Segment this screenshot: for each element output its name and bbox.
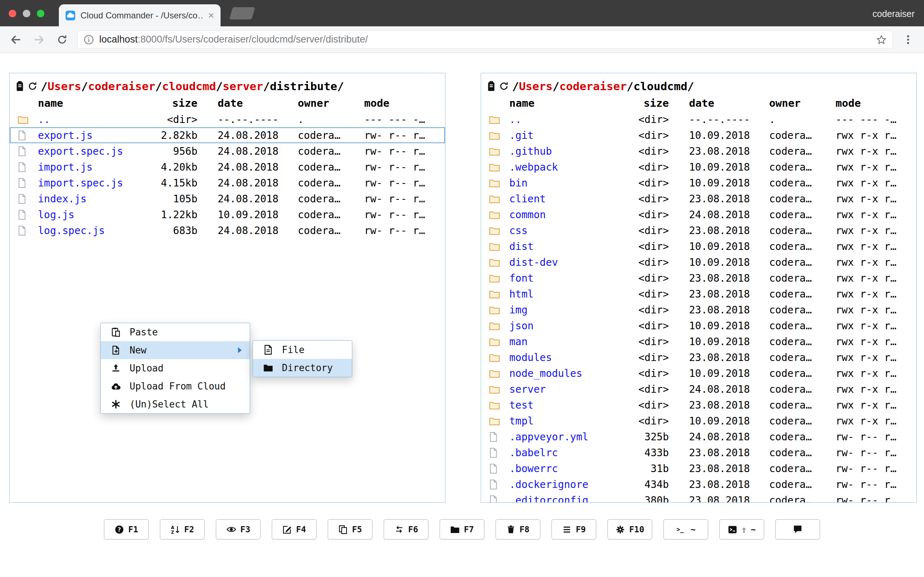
file-row[interactable]: dist<dir>10.09.2018codera…rwx r-x r…	[481, 239, 916, 254]
file-name-link[interactable]: css	[509, 225, 613, 237]
delete-button[interactable]: F8	[496, 519, 540, 540]
terminal-button[interactable]: ⇧~	[719, 519, 764, 540]
col-header-size[interactable]: size	[142, 97, 201, 109]
file-row[interactable]: client<dir>23.08.2018codera…rwx r-x r…	[481, 191, 916, 206]
col-header-size[interactable]: size	[613, 97, 672, 109]
file-name-link[interactable]: .appveyor.yml	[509, 431, 613, 443]
file-row[interactable]: node_modules<dir>10.09.2018codera…rwx r-…	[481, 365, 916, 381]
file-row[interactable]: .appveyor.yml325b24.08.2018codera…rw- r-…	[481, 429, 916, 445]
file-row[interactable]: log.spec.js683b24.08.2018codera…rw- r-- …	[10, 222, 445, 239]
contact-button[interactable]	[775, 519, 820, 540]
file-row[interactable]: img<dir>23.08.2018codera…rwx r-x r…	[481, 302, 916, 318]
file-name-link[interactable]: client	[509, 193, 613, 205]
file-name-link[interactable]: node_modules	[509, 367, 613, 379]
file-row[interactable]: import.js4.20kb24.08.2018codera…rw- r-- …	[10, 159, 445, 175]
file-name-link[interactable]: log.js	[38, 209, 142, 221]
col-header-owner[interactable]: owner	[753, 97, 821, 109]
file-name-link[interactable]: json	[509, 320, 613, 332]
file-row[interactable]: html<dir>23.08.2018codera…rwx r-x r…	[481, 286, 916, 302]
menu-item-directory[interactable]: Directory	[253, 359, 352, 377]
file-name-link[interactable]: dist	[509, 240, 613, 253]
file-row[interactable]: .bowerrc31b23.08.2018codera…rw- r-- r…	[481, 461, 916, 476]
eye-button[interactable]: F3	[216, 519, 261, 540]
star-icon[interactable]	[876, 34, 887, 45]
file-row[interactable]: man<dir>10.09.2018codera…rwx r-x r…	[481, 334, 916, 350]
url-text[interactable]: localhost:8000/fs/Users/coderaiser/cloud…	[99, 34, 871, 45]
file-name-link[interactable]: bin	[509, 177, 613, 189]
file-row[interactable]: import.spec.js4.15kb24.08.2018codera…rw-…	[10, 175, 445, 191]
file-name-link[interactable]: index.js	[38, 193, 142, 205]
file-row[interactable]: .babelrc433b23.08.2018codera…rw- r-- r…	[481, 445, 916, 461]
file-name-link[interactable]: import.spec.js	[38, 177, 142, 189]
menu-item-new[interactable]: New	[101, 341, 250, 359]
col-header-mode[interactable]: mode	[349, 97, 436, 109]
refresh-icon[interactable]	[499, 81, 509, 91]
file-row[interactable]: css<dir>23.08.2018codera…rwx r-x r…	[481, 222, 916, 239]
file-name-link[interactable]: tmpl	[509, 415, 613, 427]
file-name-link[interactable]: import.js	[38, 161, 142, 173]
file-row[interactable]: font<dir>23.08.2018codera…rwx r-x r…	[481, 270, 916, 286]
file-name-link[interactable]: html	[509, 288, 613, 300]
path-segment-link[interactable]: Users	[519, 80, 552, 93]
file-row[interactable]: server<dir>24.08.2018codera…rwx r-x r…	[481, 381, 916, 397]
file-name-link[interactable]: ..	[38, 114, 142, 126]
menu-item-un-select-all[interactable]: (Un)Select All	[101, 395, 250, 413]
file-name-link[interactable]: .dockerignore	[509, 479, 613, 490]
col-header-date[interactable]: date	[672, 97, 753, 109]
file-row[interactable]: .webpack<dir>10.09.2018codera…rwx r-x r…	[481, 159, 916, 175]
console-button[interactable]: >_~	[663, 519, 708, 540]
file-name-link[interactable]: export.spec.js	[38, 145, 142, 157]
file-row[interactable]: index.js105b24.08.2018codera…rw- r-- r…	[10, 191, 445, 206]
file-name-link[interactable]: .babelrc	[509, 447, 613, 459]
file-name-link[interactable]: modules	[509, 351, 613, 364]
path-segment-link[interactable]: server	[223, 80, 263, 93]
minimize-window-button[interactable]	[23, 10, 30, 17]
file-row[interactable]: common<dir>24.08.2018codera…rwx r-x r…	[481, 206, 916, 222]
file-name-link[interactable]: export.js	[38, 129, 142, 141]
file-name-link[interactable]: man	[509, 336, 613, 348]
file-row[interactable]: dist-dev<dir>10.09.2018codera…rwx r-x r…	[481, 254, 916, 270]
file-name-link[interactable]: common	[509, 209, 613, 221]
move-button[interactable]: F6	[384, 519, 428, 540]
info-icon[interactable]	[83, 34, 94, 45]
file-row[interactable]: export.js2.82kb24.08.2018codera…rw- r-- …	[10, 127, 445, 143]
storage-icon[interactable]	[16, 81, 24, 92]
menu-item-upload[interactable]: Upload	[101, 359, 250, 377]
config-button[interactable]: F10	[607, 519, 652, 540]
path-segment-link[interactable]: Users	[48, 80, 81, 93]
file-row[interactable]: ..<dir>--.--.----.--- --- -…	[481, 111, 916, 127]
zoom-window-button[interactable]	[37, 10, 44, 17]
col-header-date[interactable]: date	[201, 97, 281, 109]
file-row[interactable]: json<dir>10.09.2018codera…rwx r-x r…	[481, 318, 916, 334]
refresh-icon[interactable]	[27, 81, 37, 91]
copy-button[interactable]: F5	[328, 519, 373, 540]
tab-close-icon[interactable]: ×	[208, 10, 214, 21]
file-name-link[interactable]: .github	[509, 145, 613, 157]
file-name-link[interactable]: .bowerrc	[509, 463, 613, 475]
path-segment-link[interactable]: coderaiser	[559, 80, 627, 93]
sort-alpha-button[interactable]: AZF2	[160, 519, 205, 540]
file-row[interactable]: log.js1.22kb10.09.2018codera…rw- r-- r…	[10, 206, 445, 222]
col-header-name[interactable]: name	[509, 97, 613, 109]
file-name-link[interactable]: ..	[509, 114, 613, 126]
file-row[interactable]: .editorconfig380b23.08.2018codera…rw- r-…	[481, 492, 916, 503]
file-name-link[interactable]: .git	[509, 129, 613, 141]
edit-button[interactable]: F4	[272, 519, 317, 540]
menu-item-paste[interactable]: Paste	[101, 323, 250, 341]
file-row[interactable]: tmpl<dir>10.09.2018codera…rwx r-x r…	[481, 413, 916, 429]
file-row[interactable]: bin<dir>10.09.2018codera…rwx r-x r…	[481, 175, 916, 191]
file-name-link[interactable]: .editorconfig	[509, 495, 613, 503]
file-name-link[interactable]: img	[509, 304, 613, 316]
file-row[interactable]: modules<dir>23.08.2018codera…rwx r-x r…	[481, 350, 916, 365]
col-header-owner[interactable]: owner	[281, 97, 349, 109]
file-name-link[interactable]: server	[509, 384, 613, 395]
menu-item-file[interactable]: File	[253, 341, 352, 359]
storage-icon[interactable]	[487, 81, 496, 92]
help-button[interactable]: ?F1	[104, 519, 149, 540]
file-row[interactable]: ..<dir>--.--.----.--- --- -…	[10, 111, 445, 127]
file-row[interactable]: test<dir>23.08.2018codera…rwx r-x r…	[481, 397, 916, 413]
address-bar[interactable]: localhost:8000/fs/Users/coderaiser/cloud…	[77, 31, 893, 49]
file-row[interactable]: .dockerignore434b23.08.2018codera…rw- r-…	[481, 476, 916, 492]
close-window-button[interactable]	[9, 10, 16, 17]
file-row[interactable]: export.spec.js956b24.08.2018codera…rw- r…	[10, 143, 445, 159]
